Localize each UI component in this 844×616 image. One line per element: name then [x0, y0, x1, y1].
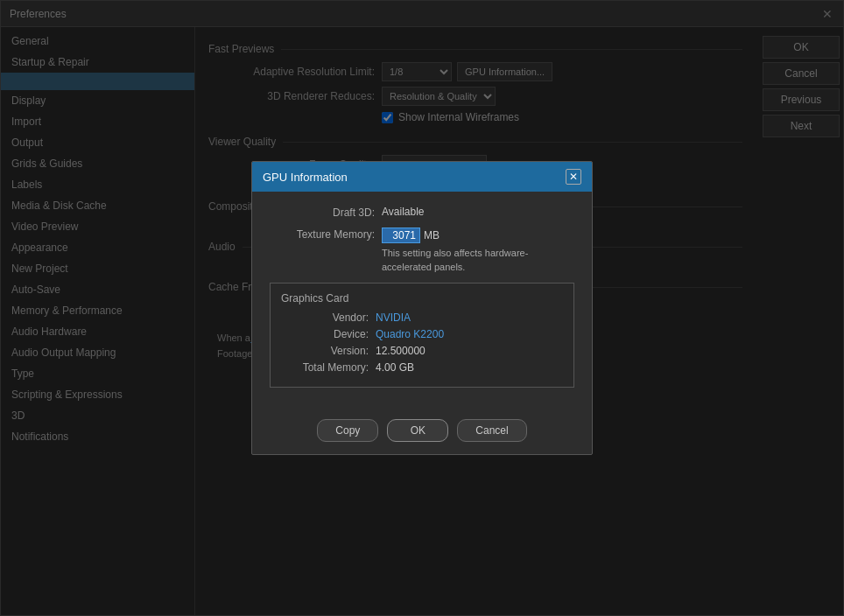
- draft-3d-value: Available: [382, 206, 424, 218]
- total-memory-label: Total Memory:: [281, 361, 369, 374]
- dialog-cancel-button[interactable]: Cancel: [457, 419, 526, 442]
- dialog-close-button[interactable]: ✕: [566, 169, 581, 185]
- device-value: Quadro K2200: [376, 328, 444, 340]
- dialog-title: GPU Information: [263, 171, 348, 184]
- vendor-value: NVIDIA: [376, 312, 411, 324]
- device-label: Device:: [281, 328, 369, 340]
- copy-button[interactable]: Copy: [317, 419, 378, 442]
- version-row: Version: 12.500000: [281, 345, 563, 357]
- dialog-overlay: GPU Information ✕ Draft 3D: Available Te…: [0, 0, 844, 616]
- texture-memory-unit: MB: [424, 229, 440, 242]
- dialog-ok-button[interactable]: OK: [387, 419, 448, 442]
- dialog-header: GPU Information ✕: [252, 162, 592, 192]
- texture-memory-input[interactable]: 3071: [382, 228, 420, 243]
- vendor-label: Vendor:: [281, 312, 369, 324]
- device-row: Device: Quadro K2200: [281, 328, 563, 340]
- texture-memory-row: Texture Memory: 3071 MB This setting als…: [270, 228, 574, 274]
- dialog-body: Draft 3D: Available Texture Memory: 3071…: [252, 192, 592, 412]
- vendor-row: Vendor: NVIDIA: [281, 312, 563, 324]
- version-value: 12.500000: [376, 345, 426, 357]
- graphics-card-box: Graphics Card Vendor: NVIDIA Device: Qua…: [270, 283, 574, 388]
- draft-3d-label: Draft 3D:: [270, 206, 375, 219]
- total-memory-row: Total Memory: 4.00 GB: [281, 361, 563, 374]
- texture-memory-label: Texture Memory:: [270, 228, 375, 241]
- dialog-footer: Copy OK Cancel: [252, 412, 592, 454]
- total-memory-value: 4.00 GB: [376, 361, 414, 374]
- draft-3d-row: Draft 3D: Available: [270, 206, 574, 219]
- graphics-card-title: Graphics Card: [281, 292, 563, 304]
- version-label: Version:: [281, 345, 369, 357]
- texture-memory-group: 3071 MB This setting also affects hardwa…: [382, 228, 574, 274]
- texture-note: This setting also affects hardware-accel…: [382, 247, 574, 274]
- gpu-info-dialog: GPU Information ✕ Draft 3D: Available Te…: [251, 161, 593, 455]
